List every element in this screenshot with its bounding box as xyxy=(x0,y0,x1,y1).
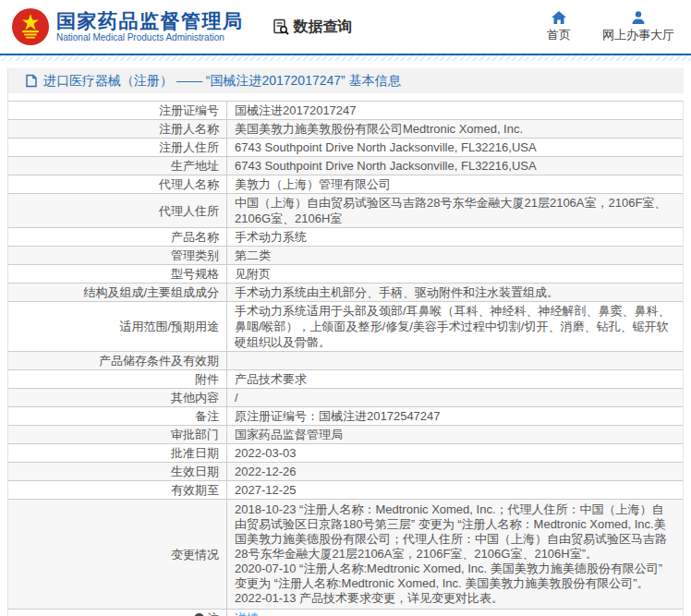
nav-online-hall[interactable]: 网上办事大厅 xyxy=(602,10,674,43)
row-value: 2018-10-23 “注册人名称：Medtronic Xomed, Inc.；… xyxy=(227,500,683,609)
table-row: 代理人名称美敦力（上海）管理有限公司 xyxy=(8,175,683,194)
row-value: 原注册证编号：国械注进20172547247 xyxy=(227,407,683,425)
table-row: 注册证编号国械注进20172017247 xyxy=(8,102,683,120)
breadcrumb-text: 进口医疗器械（注册） —— “国械注进20172017247” 基本信息 xyxy=(43,73,401,90)
row-value: 见附页 xyxy=(227,265,683,283)
row-value xyxy=(227,352,683,369)
row-label: 结构及组成/主要组成成分 xyxy=(8,284,227,301)
row-value: 产品技术要求 xyxy=(227,370,683,388)
table-row: 备注原注册证编号：国械注进20172547247 xyxy=(8,407,683,426)
note-label: 注 xyxy=(207,610,219,616)
row-value: 国家药品监督管理局 xyxy=(227,426,683,443)
row-value: 中国（上海）自由贸易试验区马吉路28号东华金融大厦21层2106A室，2106F… xyxy=(227,194,683,227)
row-label: 批准日期 xyxy=(8,444,227,462)
user-icon xyxy=(631,10,646,25)
row-value: 手术动力系统由主机部分、手柄、驱动附件和注水装置组成。 xyxy=(227,284,683,301)
row-label: 变更情况 xyxy=(8,500,227,609)
row-value: 第二类 xyxy=(227,247,683,264)
table-row: 管理类别第二类 xyxy=(8,247,683,265)
table-row: 生效日期2022-12-26 xyxy=(8,463,683,481)
table-row: 产品名称手术动力系统 xyxy=(8,228,683,247)
table-row: 结构及组成/主要组成成分手术动力系统由主机部分、手柄、驱动附件和注水装置组成。 xyxy=(8,284,683,302)
home-icon xyxy=(551,10,567,25)
row-label: 产品名称 xyxy=(8,228,227,246)
row-label: 产品储存条件及有效期 xyxy=(8,352,227,369)
table-row: 生产地址6743 Southpoint Drive North Jacksonv… xyxy=(8,157,683,175)
table-row: 注册人住所6743 Southpoint Drive North Jackson… xyxy=(8,139,683,157)
row-label: 生效日期 xyxy=(8,463,227,480)
table-row: 有效期至2027-12-25 xyxy=(8,481,683,500)
registration-info-table: 注册证编号国械注进20172017247 注册人名称美国美敦力施美敦股份有限公司… xyxy=(8,101,684,616)
row-label: 备注 xyxy=(8,407,227,425)
row-value: 6743 Southpoint Drive North Jacksonville… xyxy=(227,157,683,175)
row-label: 有效期至 xyxy=(8,481,227,499)
note-icon xyxy=(193,612,205,616)
agency-name: 国家药品监督管理局 National Medical Products Admi… xyxy=(56,10,244,43)
nav-online-hall-label: 网上办事大厅 xyxy=(602,27,674,43)
row-label: 注册证编号 xyxy=(8,102,227,119)
table-row: 批准日期2022-03-03 xyxy=(8,444,683,463)
data-query-button[interactable]: 数据查询 xyxy=(272,18,353,37)
row-value: 美国美敦力施美敦股份有限公司Medtronic Xomed, Inc. xyxy=(227,120,683,138)
row-label: 代理人住所 xyxy=(8,194,227,227)
agency-name-zh: 国家药品监督管理局 xyxy=(56,10,244,32)
row-value: 6743 Southpoint Drive North Jacksonville… xyxy=(227,139,683,156)
row-value: / xyxy=(227,389,683,406)
row-label: 管理类别 xyxy=(8,247,227,264)
agency-logo[interactable]: 国家药品监督管理局 National Medical Products Admi… xyxy=(11,7,244,46)
row-value: 美敦力（上海）管理有限公司 xyxy=(227,175,683,193)
nav-home[interactable]: 首页 xyxy=(547,10,571,43)
table-row: 审批部门国家药品监督管理局 xyxy=(8,426,683,444)
table-row-note: 注 详情 xyxy=(8,610,683,616)
document-icon xyxy=(25,74,38,88)
table-row: 其他内容/ xyxy=(8,389,683,407)
table-row: 代理人住所中国（上海）自由贸易试验区马吉路28号东华金融大厦21层2106A室，… xyxy=(8,194,683,228)
row-label: 其他内容 xyxy=(8,389,227,406)
content-area: 进口医疗器械（注册） —— “国械注进20172017247” 基本信息 注册证… xyxy=(7,68,684,616)
table-row: 附件产品技术要求 xyxy=(8,370,683,389)
row-value: 2022-03-03 xyxy=(227,444,683,462)
table-row: 适用范围/预期用途手术动力系统适用于头部及颈部/耳鼻喉（耳科、神经科、神经解剖、… xyxy=(8,302,683,352)
row-label: 审批部门 xyxy=(8,426,227,443)
row-label: 注册人名称 xyxy=(8,120,227,138)
table-row-changes: 变更情况2018-10-23 “注册人名称：Medtronic Xomed, I… xyxy=(8,500,683,610)
row-value: 详情 xyxy=(227,610,683,616)
row-label: 注册人住所 xyxy=(8,139,227,156)
row-value: 2027-12-25 xyxy=(227,481,683,499)
row-value: 手术动力系统 xyxy=(227,228,683,246)
row-label: 适用范围/预期用途 xyxy=(8,302,227,351)
row-label: 附件 xyxy=(8,370,227,388)
page-header: 国家药品监督管理局 National Medical Products Admi… xyxy=(0,0,691,55)
table-row: 产品储存条件及有效期 xyxy=(8,352,683,370)
row-value: 国械注进20172017247 xyxy=(227,102,683,119)
breadcrumb: 进口医疗器械（注册） —— “国械注进20172017247” 基本信息 xyxy=(8,68,684,93)
document-search-icon xyxy=(272,18,290,36)
header-hatch-divider xyxy=(0,55,691,61)
row-label: 代理人名称 xyxy=(8,175,227,193)
header-nav: 首页 网上办事大厅 xyxy=(547,10,682,43)
row-value: 手术动力系统适用于头部及颈部/耳鼻喉（耳科、神经科、神经解剖、鼻窦、鼻科、鼻咽/… xyxy=(227,302,683,351)
row-value: 2022-12-26 xyxy=(227,463,683,480)
row-label: 生产地址 xyxy=(8,157,227,175)
nav-home-label: 首页 xyxy=(547,27,571,43)
row-label: 型号规格 xyxy=(8,265,227,283)
table-row: 型号规格见附页 xyxy=(8,265,683,284)
details-link[interactable]: 详情 xyxy=(235,610,259,616)
data-query-label: 数据查询 xyxy=(294,18,353,37)
national-emblem-icon xyxy=(11,7,50,46)
table-row: 注册人名称美国美敦力施美敦股份有限公司Medtronic Xomed, Inc. xyxy=(8,120,683,139)
row-label: 注 xyxy=(8,610,227,616)
agency-name-en: National Medical Products Administration xyxy=(56,32,244,43)
